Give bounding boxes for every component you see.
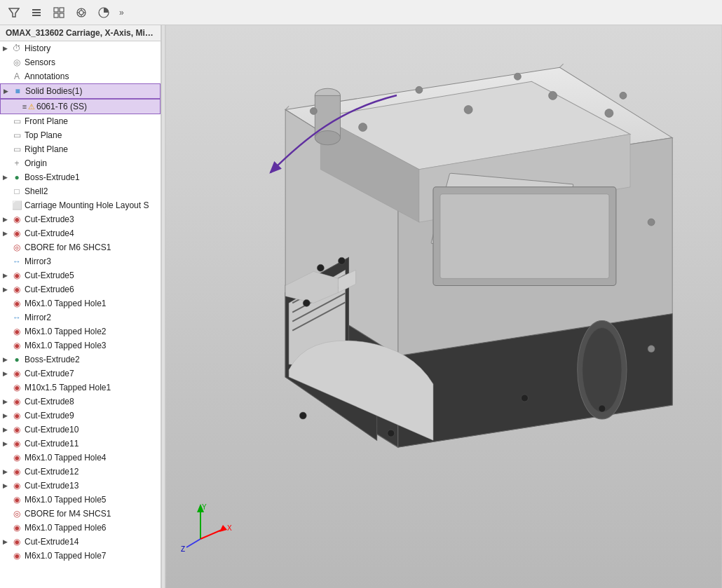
cut-icon-cut-extrude10: ◉ bbox=[11, 424, 22, 435]
tree-item-m6x10-tapped3[interactable]: ◉M6x1.0 Tapped Hole3 bbox=[0, 339, 161, 353]
tree-item-mirror2[interactable]: ↔Mirror2 bbox=[0, 310, 161, 324]
tree-item-label-cut-extrude13: Cut-Extrude13 bbox=[25, 481, 79, 491]
tree-item-cut-extrude13[interactable]: ▶◉Cut-Extrude13 bbox=[0, 479, 161, 493]
expand-arrow-boss-extrude2: ▶ bbox=[3, 356, 11, 363]
expand-arrow-boss-extrude1: ▶ bbox=[3, 174, 11, 181]
viewport[interactable]: Y X Z bbox=[165, 25, 722, 588]
svg-point-54 bbox=[416, 86, 423, 93]
svg-line-66 bbox=[186, 539, 200, 547]
tree-item-label-top-plane: Top Plane bbox=[25, 130, 62, 140]
tree-item-top-plane[interactable]: ▭Top Plane bbox=[0, 128, 161, 142]
origin-icon-origin: + bbox=[11, 158, 22, 169]
target-button[interactable] bbox=[71, 3, 91, 22]
svg-point-27 bbox=[315, 131, 340, 145]
tree-item-label-cut-extrude5: Cut-Extrude5 bbox=[25, 271, 74, 280]
svg-point-50 bbox=[388, 430, 395, 437]
tree-item-cut-extrude3[interactable]: ▶◉Cut-Extrude3 bbox=[0, 212, 161, 226]
tree-item-m6x10-tapped2[interactable]: ◉M6x1.0 Tapped Hole2 bbox=[0, 324, 161, 339]
sensor-icon-sensors: ◎ bbox=[11, 57, 22, 68]
svg-rect-2 bbox=[32, 12, 41, 13]
tree-item-cut-extrude4[interactable]: ▶◉Cut-Extrude4 bbox=[0, 226, 161, 240]
expand-arrow-cut-extrude3: ▶ bbox=[3, 216, 11, 223]
expand-arrow-cut-extrude5: ▶ bbox=[3, 272, 11, 279]
tree-item-label-mirror2: Mirror2 bbox=[25, 313, 51, 322]
chart-icon bbox=[98, 7, 109, 18]
tree-item-cbore-m4[interactable]: ◎CBORE for M4 SHCS1 bbox=[0, 507, 161, 521]
tapped-icon-m6x10-tapped3: ◉ bbox=[11, 340, 22, 351]
tree-item-cut-extrude14[interactable]: ▶◉Cut-Extrude14 bbox=[0, 535, 161, 549]
chart-button[interactable] bbox=[94, 3, 114, 22]
feature-tree[interactable]: ▶⏱History◎SensorsAAnnotations▶■Solid Bod… bbox=[0, 41, 161, 588]
document-title: OMAX_313602 Carriage, X-Axis, Micr... bbox=[0, 25, 161, 41]
tree-item-mirror3[interactable]: ↔Mirror3 bbox=[0, 254, 161, 268]
tree-item-front-plane[interactable]: ▭Front Plane bbox=[0, 114, 161, 128]
tree-item-cbore-m6[interactable]: ◎CBORE for M6 SHCS1 bbox=[0, 240, 161, 254]
tree-item-label-cut-extrude11: Cut-Extrude11 bbox=[25, 439, 79, 449]
viewport-canvas: Y X Z bbox=[165, 25, 722, 588]
tree-item-label-solid-bodies: Solid Bodies(1) bbox=[25, 86, 82, 96]
filter-icon bbox=[8, 7, 20, 18]
list-view-button[interactable] bbox=[27, 3, 46, 22]
tree-item-m6x10-tapped6[interactable]: ◉M6x1.0 Tapped Hole6 bbox=[0, 521, 161, 535]
tree-item-carriage-mounting[interactable]: ⬜Carriage Mounting Hole Layout S bbox=[0, 198, 161, 212]
expand-arrow-cut-extrude4: ▶ bbox=[3, 230, 11, 237]
tree-item-label-mirror3: Mirror3 bbox=[25, 257, 51, 266]
tree-item-label-sensors: Sensors bbox=[25, 57, 55, 67]
tree-item-origin[interactable]: +Origin bbox=[0, 156, 161, 170]
cut-icon-cut-extrude6: ◉ bbox=[11, 284, 22, 295]
expand-arrow-cut-extrude10: ▶ bbox=[3, 426, 11, 433]
tree-item-label-cut-extrude12: Cut-Extrude12 bbox=[25, 467, 79, 477]
expand-arrow-cut-extrude9: ▶ bbox=[3, 412, 11, 419]
tree-item-right-plane[interactable]: ▭Right Plane bbox=[0, 142, 161, 156]
tree-item-label-m6x10-tapped7: M6x1.0 Tapped Hole7 bbox=[25, 551, 107, 561]
tree-item-m6x10-tapped1[interactable]: ◉M6x1.0 Tapped Hole1 bbox=[0, 296, 161, 310]
tree-item-label-cut-extrude8: Cut-Extrude8 bbox=[25, 397, 74, 406]
tree-item-cut-extrude11[interactable]: ▶◉Cut-Extrude11 bbox=[0, 437, 161, 451]
tree-item-cut-extrude7[interactable]: ▶◉Cut-Extrude7 bbox=[0, 367, 161, 381]
tree-item-label-front-plane: Front Plane bbox=[25, 116, 68, 126]
tree-item-solid-bodies[interactable]: ▶■Solid Bodies(1) bbox=[0, 83, 161, 99]
svg-rect-5 bbox=[60, 8, 64, 12]
3d-model bbox=[165, 25, 722, 588]
tree-item-cut-extrude12[interactable]: ▶◉Cut-Extrude12 bbox=[0, 465, 161, 479]
tree-item-label-right-plane: Right Plane bbox=[25, 144, 68, 154]
tree-item-material[interactable]: ≡⚠6061-T6 (SS) bbox=[0, 99, 161, 114]
tree-item-label-m6x10-tapped6: M6x1.0 Tapped Hole6 bbox=[25, 523, 107, 533]
tree-item-cut-extrude9[interactable]: ▶◉Cut-Extrude9 bbox=[0, 409, 161, 423]
tree-item-history[interactable]: ▶⏱History bbox=[0, 41, 161, 55]
tapped-icon-m6x10-tapped4: ◉ bbox=[11, 452, 22, 463]
toolbar: » bbox=[0, 0, 722, 25]
tree-item-shell2[interactable]: □Shell2 bbox=[0, 184, 161, 198]
plane-icon-front-plane: ▭ bbox=[11, 116, 22, 127]
svg-point-49 bbox=[299, 412, 306, 419]
tree-item-m6x10-tapped7[interactable]: ◉M6x1.0 Tapped Hole7 bbox=[0, 549, 161, 563]
tree-item-cut-extrude5[interactable]: ▶◉Cut-Extrude5 bbox=[0, 268, 161, 282]
mirror-icon-mirror2: ↔ bbox=[11, 312, 22, 323]
more-button[interactable]: » bbox=[116, 8, 127, 18]
svg-point-9 bbox=[79, 11, 83, 15]
expand-arrow-solid-bodies: ▶ bbox=[4, 88, 12, 95]
tree-view-button[interactable] bbox=[49, 3, 69, 22]
filter-button[interactable] bbox=[4, 3, 24, 22]
tree-item-cut-extrude8[interactable]: ▶◉Cut-Extrude8 bbox=[0, 395, 161, 409]
tree-item-label-cbore-m4: CBORE for M4 SHCS1 bbox=[25, 509, 111, 519]
tree-item-label-cut-extrude14: Cut-Extrude14 bbox=[25, 537, 79, 547]
cut-icon-cut-extrude9: ◉ bbox=[11, 410, 22, 421]
tapped-icon-m10x15-tapped1: ◉ bbox=[11, 382, 22, 393]
tree-item-cut-extrude10[interactable]: ▶◉Cut-Extrude10 bbox=[0, 423, 161, 437]
tree-item-m6x10-tapped5[interactable]: ◉M6x1.0 Tapped Hole5 bbox=[0, 493, 161, 507]
tree-item-cut-extrude6[interactable]: ▶◉Cut-Extrude6 bbox=[0, 282, 161, 296]
target-icon bbox=[76, 7, 87, 18]
warning-icon-material: ⚠ bbox=[28, 102, 35, 111]
tree-item-m6x10-tapped4[interactable]: ◉M6x1.0 Tapped Hole4 bbox=[0, 451, 161, 465]
tree-item-boss-extrude1[interactable]: ▶●Boss-Extrude1 bbox=[0, 170, 161, 184]
tree-item-annotations[interactable]: AAnnotations bbox=[0, 69, 161, 83]
tree-item-m10x15-tapped1[interactable]: ◉M10x1.5 Tapped Hole1 bbox=[0, 381, 161, 395]
svg-text:X: X bbox=[227, 524, 232, 532]
sketch-icon-carriage-mounting: ⬜ bbox=[11, 200, 22, 211]
svg-point-56 bbox=[620, 92, 627, 99]
tree-item-label-m6x10-tapped3: M6x1.0 Tapped Hole3 bbox=[25, 341, 107, 350]
tree-item-boss-extrude2[interactable]: ▶●Boss-Extrude2 bbox=[0, 353, 161, 367]
boss-icon-boss-extrude2: ● bbox=[11, 354, 22, 365]
tree-item-sensors[interactable]: ◎Sensors bbox=[0, 55, 161, 69]
